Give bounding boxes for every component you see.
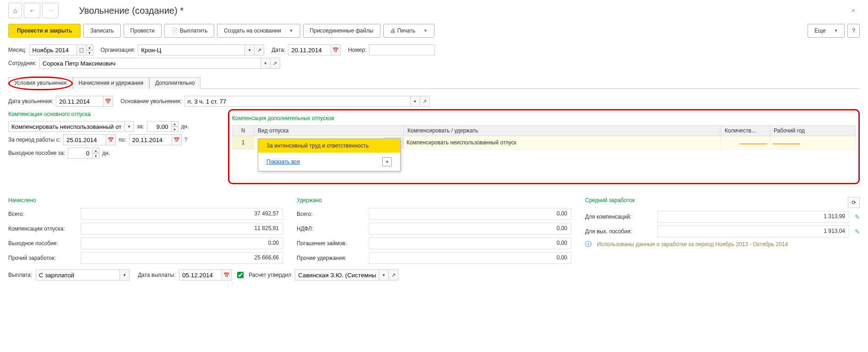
ndfl-value: 0,00 [369, 223, 571, 235]
severance-down[interactable]: ▼ [92, 153, 99, 159]
comp-days-input[interactable] [147, 121, 172, 132]
doc-date-calendar-icon[interactable] [331, 44, 341, 55]
withheld-total-label: Всего: [297, 211, 365, 217]
doc-date-input[interactable] [288, 44, 331, 55]
tab-conditions[interactable]: Условия увольнения [8, 77, 73, 89]
date-label: Дата: [271, 47, 285, 53]
month-up[interactable]: ▲ [87, 44, 93, 50]
severance-up[interactable]: ▲ [92, 148, 99, 153]
employee-input[interactable] [39, 58, 261, 69]
approved-by-input[interactable] [295, 270, 379, 280]
comp-days-up[interactable]: ▲ [172, 121, 179, 126]
month-down[interactable]: ▼ [87, 50, 93, 55]
dropdown-item-intensive[interactable]: За интенсивный труд и ответственность [258, 139, 400, 153]
employee-open-icon[interactable] [271, 58, 280, 69]
col-n[interactable]: N [233, 126, 254, 136]
nav-forward-button[interactable] [42, 3, 59, 18]
comp-days-down[interactable]: ▼ [172, 126, 179, 132]
dismissal-date-calendar-icon[interactable] [103, 96, 113, 107]
dropdown-show-all-link[interactable]: Показать все [266, 159, 300, 165]
col-type[interactable]: Вид отпуска [254, 126, 404, 136]
period-to-calendar-icon[interactable] [172, 134, 182, 145]
approved-label: Расчет утвердил [249, 272, 291, 278]
home-button[interactable] [8, 3, 22, 18]
dismissal-basis-dropdown-icon[interactable] [411, 96, 420, 107]
row-qty[interactable] [721, 136, 770, 149]
create-based-on-button[interactable]: Создать на основании [217, 24, 300, 38]
info-icon [585, 240, 593, 248]
period-from-label: За период работы с: [8, 137, 60, 143]
dismissal-date-input[interactable] [56, 96, 103, 107]
accrued-sev: 0,00 [81, 237, 283, 249]
accrued-other-label: Прочий заработок: [8, 255, 77, 261]
avg-comp-edit-icon[interactable]: ✎ [855, 214, 860, 220]
payout-dropdown-icon[interactable] [120, 270, 130, 280]
month-input[interactable] [29, 44, 77, 55]
col-qty[interactable]: Количеств... [721, 126, 770, 136]
close-icon[interactable]: × [852, 7, 855, 14]
comp-mode-input[interactable] [8, 121, 125, 132]
payout-label: Выплата: [8, 272, 32, 278]
period-to-label: по: [119, 137, 126, 143]
dismissal-basis-open-icon[interactable] [420, 96, 430, 107]
org-input[interactable] [138, 44, 245, 55]
number-input[interactable] [369, 44, 435, 55]
row-comp[interactable]: Компенсировать неиспользованный отпуск [404, 136, 721, 149]
tab-accruals[interactable]: Начисления и удержания [73, 77, 149, 89]
refresh-button[interactable]: ⟳ [848, 197, 860, 208]
loan-label: Погашение займов: [297, 240, 365, 247]
comp-mode-dropdown-icon[interactable] [125, 121, 134, 132]
paydate-input[interactable] [179, 270, 222, 280]
extra-comp-highlight: Компенсация дополнительных отпусков N Ви… [228, 109, 860, 184]
pay-button[interactable]: Выплатить [164, 24, 215, 38]
month-label: Месяц: [8, 47, 27, 53]
col-year[interactable]: Рабочий год [770, 126, 856, 136]
approved-open-icon[interactable] [389, 270, 398, 280]
approved-checkbox[interactable] [237, 272, 244, 278]
month-picker-icon[interactable]: 📋 [77, 44, 87, 55]
dismissal-date-label: Дата увольнения: [8, 98, 53, 104]
withheld-other-label: Прочие удержания: [297, 255, 365, 261]
row-year[interactable] [770, 136, 856, 149]
comp-extra-title: Компенсация дополнительных отпусков [232, 115, 856, 121]
post-button[interactable]: Провести [124, 24, 162, 38]
write-button[interactable]: Записать [83, 24, 120, 38]
period-from-input[interactable] [63, 134, 106, 145]
dropdown-add-button[interactable]: + [382, 157, 392, 166]
paydate-calendar-icon[interactable] [222, 270, 232, 280]
org-dropdown-icon[interactable] [245, 44, 255, 55]
comp-for-label: за: [137, 123, 144, 130]
dismissal-basis-label: Основание увольнения: [120, 98, 181, 104]
avg-sev: 1 913,04 [657, 226, 849, 237]
post-and-close-button[interactable]: Провести и закрыть [8, 24, 81, 38]
avg-sev-edit-icon[interactable]: ✎ [855, 228, 860, 235]
dismissal-basis-input[interactable] [184, 96, 411, 107]
org-label: Организация: [101, 47, 136, 53]
more-button[interactable]: Еще [808, 24, 845, 38]
avg-sev-label: Для вых. пособия: [585, 228, 654, 235]
period-help-icon[interactable]: ? [184, 137, 188, 143]
page-title: Увольнение (создание) * [79, 6, 183, 16]
col-comp[interactable]: Компенсировать / удержать [404, 126, 721, 136]
help-button[interactable]: ? [847, 24, 860, 38]
nav-back-button[interactable] [24, 3, 40, 18]
approved-dropdown-icon[interactable] [379, 270, 389, 280]
accrued-comp-label: Компенсации отпуска: [8, 226, 77, 232]
org-open-icon[interactable] [255, 44, 264, 55]
ndfl-label: НДФЛ: [297, 226, 365, 232]
withheld-total: 0,00 [369, 208, 571, 220]
payout-input[interactable] [36, 270, 120, 280]
severance-days-input[interactable] [68, 148, 92, 159]
loan-value: 0,00 [369, 237, 571, 249]
accrued-title: Начислено [8, 197, 283, 204]
print-button[interactable]: Печать [383, 24, 434, 38]
period-from-calendar-icon[interactable] [106, 134, 116, 145]
attached-files-button[interactable]: Присоединенные файлы [303, 24, 380, 38]
accrued-total: 37 492,57 [81, 208, 283, 220]
period-to-input[interactable] [129, 134, 172, 145]
comp-days-unit: дн. [181, 123, 189, 130]
tab-additional[interactable]: Дополнительно [149, 77, 201, 89]
paydate-label: Дата выплаты: [138, 272, 175, 278]
employee-dropdown-icon[interactable] [261, 58, 271, 69]
accrued-other: 25 666,66 [81, 252, 283, 264]
